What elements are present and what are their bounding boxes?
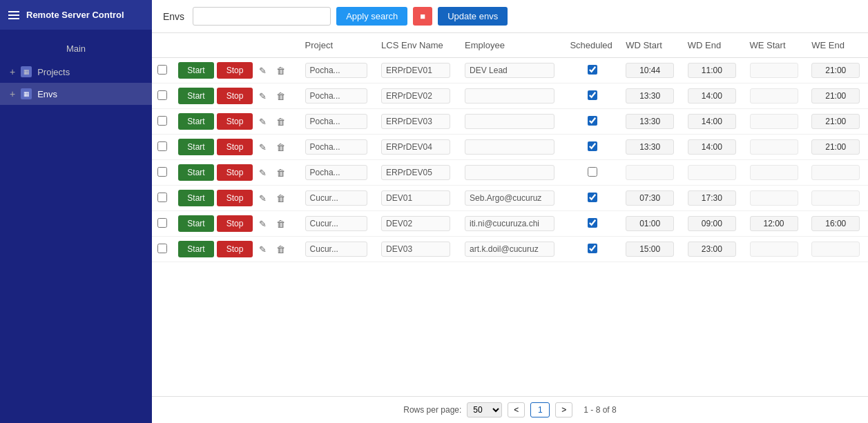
employee-input[interactable] (465, 242, 554, 257)
apply-search-button[interactable]: Apply search (336, 7, 407, 26)
we-end-input[interactable] (811, 216, 860, 231)
scheduled-checkbox[interactable] (588, 167, 597, 177)
project-select[interactable]: Cucur... (305, 190, 367, 206)
employee-input[interactable] (465, 190, 554, 206)
edit-icon[interactable]: ✎ (255, 113, 270, 130)
wd-end-input[interactable] (688, 114, 736, 129)
row-checkbox[interactable] (157, 90, 167, 100)
row-checkbox[interactable] (157, 218, 167, 228)
stop-button[interactable]: Stop (217, 190, 253, 206)
row-checkbox[interactable] (157, 244, 167, 253)
lcs-env-input[interactable] (381, 242, 450, 257)
employee-input[interactable] (465, 88, 554, 104)
stop-button[interactable]: Stop (217, 164, 253, 181)
sidebar-item-envs[interactable]: + ▦ Envs (0, 83, 152, 105)
row-checkbox[interactable] (157, 116, 167, 126)
delete-icon[interactable]: 🗑 (273, 139, 289, 155)
sidebar-item-projects[interactable]: + ▦ Projects (0, 61, 152, 83)
start-button[interactable]: Start (178, 241, 214, 257)
project-select[interactable]: Pocha... (305, 114, 367, 129)
stop-button[interactable]: Stop (217, 62, 253, 79)
lcs-env-input[interactable] (381, 114, 450, 129)
stop-button[interactable]: Stop (217, 139, 253, 155)
project-select[interactable]: Pocha... (305, 88, 367, 104)
wd-end-input[interactable] (688, 190, 736, 206)
employee-input[interactable] (465, 139, 554, 155)
we-start-input[interactable] (750, 63, 798, 78)
wd-start-input[interactable] (626, 242, 674, 257)
lcs-env-input[interactable] (381, 63, 450, 78)
edit-icon[interactable]: ✎ (255, 164, 270, 181)
we-start-input[interactable] (750, 139, 798, 155)
delete-icon[interactable]: 🗑 (273, 190, 289, 206)
wd-start-input[interactable] (626, 114, 674, 129)
wd-start-input[interactable] (626, 216, 674, 231)
wd-end-input[interactable] (688, 165, 736, 180)
prev-page-button[interactable]: < (508, 402, 525, 417)
wd-end-input[interactable] (688, 216, 736, 231)
we-end-input[interactable] (811, 165, 860, 180)
delete-icon[interactable]: 🗑 (273, 215, 289, 232)
start-button[interactable]: Start (178, 164, 214, 181)
scheduled-checkbox[interactable] (588, 244, 597, 253)
scheduled-checkbox[interactable] (588, 193, 597, 202)
edit-icon[interactable]: ✎ (255, 241, 270, 257)
project-select[interactable]: Pocha... (305, 63, 367, 78)
we-end-input[interactable] (811, 88, 860, 104)
start-button[interactable]: Start (178, 190, 214, 206)
stop-button[interactable]: Stop (217, 88, 253, 104)
we-start-input[interactable] (750, 190, 798, 206)
we-end-input[interactable] (811, 63, 860, 78)
start-button[interactable]: Start (178, 88, 214, 104)
we-end-input[interactable] (811, 242, 860, 257)
wd-start-input[interactable] (626, 63, 674, 78)
start-button[interactable]: Start (178, 215, 214, 232)
update-envs-button[interactable]: Update envs (438, 7, 508, 26)
edit-icon[interactable]: ✎ (255, 139, 270, 155)
we-start-input[interactable] (750, 242, 798, 257)
scheduled-checkbox[interactable] (588, 116, 597, 126)
we-start-input[interactable] (750, 216, 798, 231)
project-select[interactable]: Cucur... (305, 242, 367, 257)
delete-icon[interactable]: 🗑 (273, 113, 289, 130)
stop-button[interactable]: Stop (217, 241, 253, 257)
we-start-input[interactable] (750, 165, 798, 180)
employee-input[interactable] (465, 114, 554, 129)
wd-end-input[interactable] (688, 242, 736, 257)
sidebar-header[interactable]: Remote Server Control (0, 0, 152, 30)
we-start-input[interactable] (750, 114, 798, 129)
edit-icon[interactable]: ✎ (255, 88, 270, 104)
lcs-env-input[interactable] (381, 190, 450, 206)
project-select[interactable]: Cucur... (305, 216, 367, 231)
we-start-input[interactable] (750, 88, 798, 104)
clear-search-button[interactable]: ■ (413, 7, 432, 26)
we-end-input[interactable] (811, 139, 860, 155)
scheduled-checkbox[interactable] (588, 90, 597, 100)
scheduled-checkbox[interactable] (588, 218, 597, 228)
lcs-env-input[interactable] (381, 139, 450, 155)
wd-start-input[interactable] (626, 88, 674, 104)
project-select[interactable]: Pocha... (305, 165, 367, 180)
rows-per-page-select[interactable]: 25 50 100 (467, 402, 502, 417)
stop-button[interactable]: Stop (217, 113, 253, 130)
row-checkbox[interactable] (157, 167, 167, 177)
lcs-env-input[interactable] (381, 165, 450, 180)
delete-icon[interactable]: 🗑 (273, 241, 289, 257)
employee-input[interactable] (465, 165, 554, 180)
row-checkbox[interactable] (157, 65, 167, 75)
edit-icon[interactable]: ✎ (255, 190, 270, 206)
start-button[interactable]: Start (178, 113, 214, 130)
edit-icon[interactable]: ✎ (255, 215, 270, 232)
row-checkbox[interactable] (157, 141, 167, 151)
wd-end-input[interactable] (688, 88, 736, 104)
stop-button[interactable]: Stop (217, 215, 253, 232)
wd-start-input[interactable] (626, 139, 674, 155)
next-page-button[interactable]: > (555, 402, 572, 417)
wd-start-input[interactable] (626, 165, 674, 180)
edit-icon[interactable]: ✎ (255, 62, 270, 79)
hamburger-menu-icon[interactable] (8, 11, 19, 19)
delete-icon[interactable]: 🗑 (273, 164, 289, 181)
wd-start-input[interactable] (626, 190, 674, 206)
we-end-input[interactable] (811, 114, 860, 129)
delete-icon[interactable]: 🗑 (273, 88, 289, 104)
